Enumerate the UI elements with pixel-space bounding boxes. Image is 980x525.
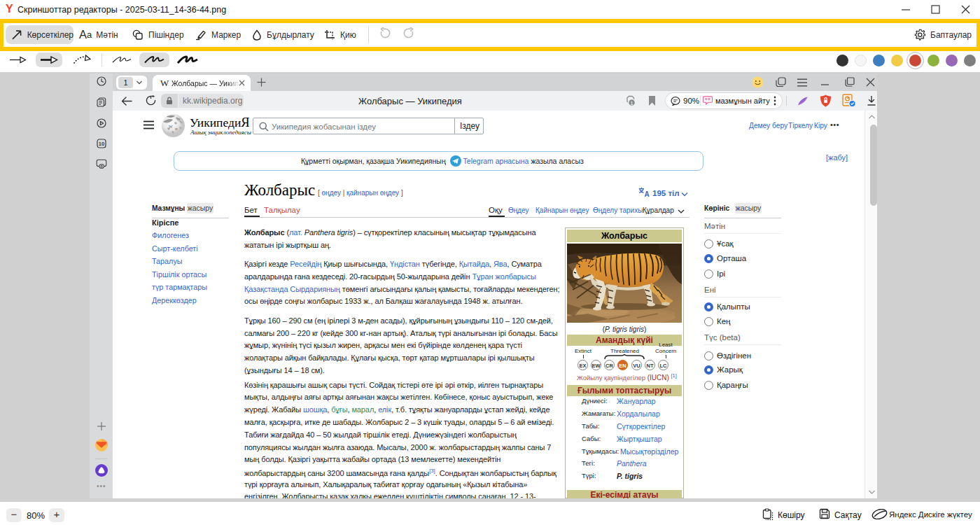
svg-text:««: «« xyxy=(705,96,710,102)
svg-text:W: W xyxy=(169,125,173,129)
svg-text:1: 1 xyxy=(630,100,634,106)
svg-text:维: 维 xyxy=(177,118,181,122)
svg-text:И: И xyxy=(175,127,178,131)
svg-text:A: A xyxy=(645,190,650,197)
svg-text:10: 10 xyxy=(99,141,104,147)
